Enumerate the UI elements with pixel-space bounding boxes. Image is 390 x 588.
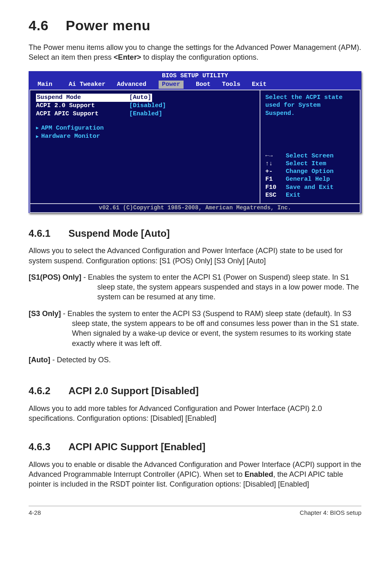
- bios-menu-tools[interactable]: Tools: [216, 81, 246, 89]
- subsection-461-desc: Allows you to select the Advanced Config…: [29, 246, 361, 266]
- bios-sub-hardware-monitor[interactable]: ▶ Hardware Monitor: [36, 132, 254, 141]
- section-heading: 4.6Power menu: [29, 16, 361, 35]
- bios-sub-apm-configuration[interactable]: ▶ APM Configuration: [36, 124, 254, 132]
- triangle-right-icon: ▶: [36, 125, 39, 131]
- section-number: 4.6: [29, 16, 49, 35]
- bios-menu-boot[interactable]: Boot: [190, 81, 216, 89]
- intro-paragraph: The Power menu items allow you to change…: [29, 43, 361, 63]
- bios-screenshot: BIOS SETUP UTILITY Main Ai Tweaker Advan…: [29, 71, 361, 213]
- bios-title: BIOS SETUP UTILITY: [29, 71, 361, 80]
- arrows-ud-icon: ↑↓: [265, 160, 282, 168]
- option-s1-pos-only: [S1(POS) Only] - Enables the system to e…: [29, 272, 361, 302]
- option-s3-only: [S3 Only] - Enables the system to enter …: [29, 309, 361, 348]
- bios-item-acpi-apic-support[interactable]: ACPI APIC Support [Enabled]: [36, 110, 254, 118]
- bios-left-panel: Suspend Mode [Auto] ACPI 2.0 Support [Di…: [29, 90, 260, 204]
- page-footer: 4-28 Chapter 4: BIOS setup: [29, 506, 361, 517]
- section-title-text: Power menu: [66, 18, 150, 33]
- bios-menu-exit[interactable]: Exit: [246, 81, 272, 89]
- bios-item-acpi-2-support[interactable]: ACPI 2.0 Support [Disabled]: [36, 102, 254, 110]
- bios-right-panel: Select the ACPI state used for System Su…: [260, 90, 361, 204]
- bios-item-suspend-mode[interactable]: Suspend Mode [Auto]: [36, 94, 254, 102]
- subsection-463-desc: Allows you to enable or disable the Adva…: [29, 460, 361, 489]
- bios-footer: v02.61 (C)Copyright 1985-2008, American …: [29, 204, 361, 213]
- bios-help-text: Select the ACPI state used for System Su…: [265, 94, 355, 118]
- bios-menu-power[interactable]: Power: [159, 81, 184, 89]
- subsection-462-desc: Allows you to add more tables for Advanc…: [29, 404, 361, 424]
- bios-menu-main[interactable]: Main: [38, 81, 63, 89]
- bios-menu-advanced[interactable]: Advanced: [111, 81, 152, 89]
- chapter-label: Chapter 4: BIOS setup: [300, 509, 361, 517]
- bios-menu-bar: Main Ai Tweaker Advanced Power Boot Tool…: [29, 81, 361, 90]
- option-auto: [Auto] - Detected by OS.: [29, 355, 361, 365]
- subsection-463-heading: 4.6.3ACPI APIC Support [Enabled]: [29, 440, 361, 453]
- arrows-lr-icon: ←→: [265, 152, 282, 160]
- triangle-right-icon: ▶: [36, 134, 39, 140]
- bios-menu-ai-tweaker[interactable]: Ai Tweaker: [63, 81, 111, 89]
- subsection-461-heading: 4.6.1Suspend Mode [Auto]: [29, 227, 361, 240]
- page-number: 4-28: [29, 509, 41, 517]
- enter-key: <Enter>: [114, 53, 141, 61]
- bios-key-legend: ←→Select Screen ↑↓Select Item +-Change O…: [265, 152, 356, 199]
- subsection-462-heading: 4.6.2ACPI 2.0 Support [Disabled]: [29, 384, 361, 397]
